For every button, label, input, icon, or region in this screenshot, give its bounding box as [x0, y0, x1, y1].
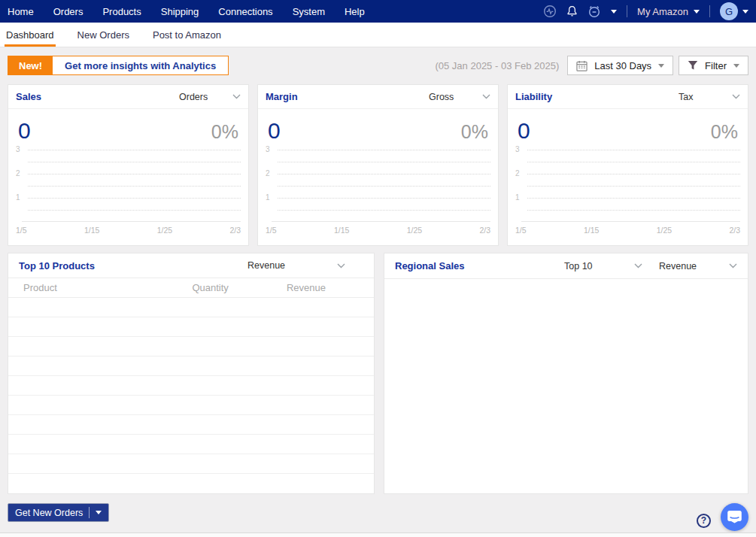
gridline: [527, 162, 740, 162]
snooze-alarm-icon[interactable]: [587, 5, 601, 18]
get-new-orders-caret-icon[interactable]: [96, 511, 102, 514]
kpi-values: 0 0%: [508, 109, 748, 147]
kpi-chart-plot: 321: [515, 148, 740, 222]
chevron-down-icon: [337, 263, 345, 268]
chevron-down-icon: [732, 94, 740, 99]
x-tick-label: 1/5: [515, 226, 527, 235]
y-tick-label: 2: [16, 169, 20, 177]
divider: [627, 5, 627, 17]
table-row: [8, 454, 374, 474]
top-products-title: Top 10 Products: [19, 260, 95, 272]
y-tick-label: 3: [266, 145, 270, 153]
nav-item-orders[interactable]: Orders: [53, 6, 83, 17]
chat-launcher-icon[interactable]: [721, 503, 748, 531]
kpi-percent: 0%: [461, 121, 488, 143]
kpi-metric-dropdown[interactable]: Orders: [179, 92, 241, 102]
regional-count-dropdown[interactable]: Top 10: [564, 261, 642, 272]
tab-bar: DashboardNew OrdersPost to Amazon: [0, 23, 756, 47]
gridline: [278, 162, 490, 162]
new-badge: New!: [8, 56, 53, 74]
activity-icon[interactable]: [543, 5, 557, 18]
table-row: [8, 435, 374, 454]
table-row: [8, 298, 374, 317]
dropdown-value: Gross: [429, 92, 454, 102]
kpi-chart-plot: 321: [16, 148, 241, 222]
kpi-chart: 321 1/51/151/252/3: [515, 148, 740, 235]
x-tick-label: 1/5: [266, 226, 277, 235]
y-tick-label: 2: [266, 169, 270, 177]
nav-item-home[interactable]: Home: [8, 6, 34, 17]
kpi-value: 0: [268, 118, 281, 144]
kpi-card-title: Margin: [266, 91, 298, 102]
nav-item-help[interactable]: Help: [345, 6, 365, 17]
date-preset-caret-icon: [658, 64, 664, 68]
nav-item-shipping[interactable]: Shipping: [161, 6, 199, 17]
x-axis-labels: 1/51/151/252/3: [266, 222, 490, 235]
tab-new-orders[interactable]: New Orders: [76, 23, 131, 47]
tab-dashboard[interactable]: Dashboard: [5, 23, 56, 47]
analytics-banner-button[interactable]: New! Get more insights with Analytics: [8, 56, 229, 75]
date-preset-button[interactable]: Last 30 Days: [567, 56, 673, 75]
nav-item-connections[interactable]: Connections: [218, 6, 272, 17]
gridline: [278, 198, 490, 199]
bottom-row: Top 10 Products Revenue ProductQuantityR…: [8, 253, 748, 494]
kpi-metric-dropdown[interactable]: Gross: [429, 92, 490, 102]
table-row: [8, 376, 374, 396]
y-tick-label: 1: [16, 193, 20, 202]
chevron-down-icon: [232, 94, 241, 99]
kpi-card-header: Sales Orders: [8, 85, 248, 109]
top-navbar: HomeOrdersProductsShippingConnectionsSys…: [0, 0, 756, 23]
gridline: [278, 186, 490, 187]
y-tick-label: 3: [16, 145, 20, 153]
kpi-card-header: Liability Tax: [508, 85, 748, 109]
tab-post-to-amazon[interactable]: Post to Amazon: [151, 23, 223, 47]
kpi-card-sales: Sales Orders 0 0% 321 1/51/151/252/3: [8, 84, 249, 246]
nav-item-system[interactable]: System: [293, 6, 325, 17]
x-tick-label: 1/5: [16, 226, 27, 235]
chevron-down-icon: [729, 263, 737, 268]
avatar[interactable]: G: [720, 2, 738, 20]
kpi-metric-dropdown[interactable]: Tax: [679, 92, 740, 102]
account-menu[interactable]: My Amazon: [637, 6, 700, 17]
notifications-bell-icon[interactable]: [566, 5, 578, 17]
analytics-banner-label: Get more insights with Analytics: [53, 56, 228, 74]
kpi-chart: 321 1/51/151/252/3: [266, 148, 490, 235]
alarm-dropdown-caret-icon[interactable]: [611, 10, 617, 14]
x-axis-line: [272, 221, 490, 222]
top-products-metric-dropdown[interactable]: Revenue: [247, 260, 345, 271]
kpi-values: 0 0%: [8, 109, 248, 147]
kpi-percent: 0%: [711, 121, 738, 143]
kpi-percent: 0%: [211, 121, 238, 143]
gridline: [278, 210, 490, 211]
get-new-orders-button[interactable]: Get New Orders: [8, 503, 109, 522]
gridline: [28, 210, 241, 211]
date-preset-label: Last 30 Days: [594, 60, 651, 71]
regional-sales-title: Regional Sales: [395, 260, 464, 272]
kpi-card-liability: Liability Tax 0 0% 321 1/51/151/252/3: [507, 84, 748, 246]
main-menu: HomeOrdersProductsShippingConnectionsSys…: [8, 6, 365, 17]
dropdown-value: Orders: [179, 92, 208, 102]
kpi-card-title: Sales: [16, 91, 41, 102]
gridline: [28, 186, 241, 187]
account-caret-icon: [694, 10, 700, 14]
gridline: [527, 210, 740, 211]
dropdown-value: Revenue: [659, 261, 697, 272]
x-tick-label: 1/25: [407, 226, 422, 235]
y-tick-label: 1: [515, 193, 520, 202]
kpi-value: 0: [518, 118, 530, 144]
kpi-values: 0 0%: [258, 109, 498, 147]
filter-label: Filter: [705, 60, 727, 71]
table-row: [8, 337, 374, 356]
user-menu[interactable]: G: [720, 2, 748, 20]
help-icon[interactable]: ?: [697, 514, 711, 528]
filter-button[interactable]: Filter: [679, 56, 748, 75]
nav-item-products[interactable]: Products: [102, 6, 141, 17]
column-header-revenue: Revenue: [261, 282, 363, 293]
x-tick-label: 1/25: [157, 226, 172, 235]
gridline: [527, 186, 740, 187]
gridline: [278, 150, 490, 150]
calendar-icon: [576, 60, 587, 71]
kpi-card-margin: Margin Gross 0 0% 321 1/51/151/252/3: [257, 84, 499, 246]
table-row: [8, 396, 374, 415]
regional-metric-dropdown[interactable]: Revenue: [659, 261, 737, 272]
